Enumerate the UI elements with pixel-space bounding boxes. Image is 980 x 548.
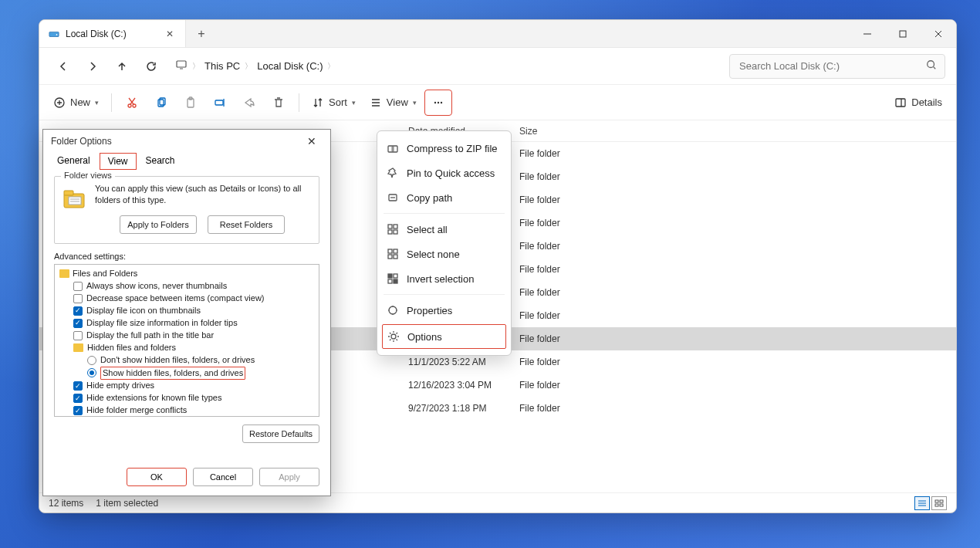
delete-button[interactable] [265, 90, 292, 116]
details-pane-button[interactable]: Details [888, 90, 948, 116]
cut-button[interactable] [118, 90, 146, 116]
checkbox[interactable] [73, 282, 83, 291]
menu-copy-path[interactable]: Copy path [377, 185, 511, 210]
checkbox[interactable] [73, 331, 83, 340]
folder-options-dialog: Folder Options ✕ General View Search Fol… [42, 129, 331, 496]
folder-views-legend: Folder views [61, 171, 115, 180]
view-button[interactable]: View▾ [363, 90, 423, 116]
dialog-title: Folder Options [51, 136, 112, 147]
menu-invert-selection[interactable]: Invert selection [377, 266, 511, 291]
more-menu: Compress to ZIP file Pin to Quick access… [377, 130, 512, 356]
cell-type: File folder [519, 380, 627, 391]
monitor-icon [175, 59, 188, 73]
up-button[interactable] [109, 53, 135, 79]
item-count: 12 items [49, 498, 83, 509]
svg-rect-50 [388, 279, 392, 283]
svg-line-9 [934, 66, 936, 69]
menu-properties[interactable]: Properties [377, 298, 511, 323]
sort-button[interactable]: Sort▾ [306, 90, 362, 116]
cell-type: File folder [519, 148, 627, 159]
drive-icon [49, 29, 59, 39]
folder-icon [59, 269, 69, 278]
cancel-button[interactable]: Cancel [193, 468, 253, 486]
tab-search[interactable]: Search [138, 153, 183, 170]
cell-date: 11/1/2023 5:22 AM [408, 357, 519, 367]
reset-folders-button[interactable]: Reset Folders [208, 215, 285, 234]
checkbox[interactable] [73, 406, 83, 415]
checkbox[interactable] [73, 294, 83, 303]
search-input[interactable] [738, 59, 926, 73]
checkbox[interactable] [73, 381, 83, 391]
tab-view[interactable]: View [100, 153, 137, 170]
more-button[interactable] [424, 90, 452, 116]
svg-rect-3 [900, 31, 906, 37]
close-tab-button[interactable]: ✕ [164, 28, 176, 40]
new-button[interactable]: New▾ [47, 90, 105, 116]
apply-button[interactable]: Apply [259, 468, 319, 486]
tab-general[interactable]: General [49, 153, 98, 170]
apply-to-folders-button[interactable]: Apply to Folders [120, 215, 197, 234]
svg-rect-56 [69, 197, 81, 205]
paste-button[interactable] [177, 90, 204, 116]
advanced-settings-label: Advanced settings: [54, 252, 319, 261]
cell-type: File folder [519, 403, 627, 414]
refresh-button[interactable] [138, 53, 164, 79]
svg-rect-41 [394, 225, 397, 228]
maximize-button[interactable] [885, 20, 921, 47]
thumbnails-view-toggle[interactable] [931, 496, 947, 510]
close-window-button[interactable] [921, 20, 956, 47]
menu-select-none[interactable]: Select none [377, 242, 511, 266]
svg-rect-43 [394, 230, 397, 234]
svg-rect-37 [940, 504, 943, 506]
chevron-right-icon: 〉 [192, 61, 200, 72]
back-button[interactable] [50, 53, 76, 79]
rename-button[interactable] [206, 90, 234, 116]
checkbox[interactable] [73, 306, 83, 316]
dialog-close-button[interactable]: ✕ [301, 132, 323, 151]
svg-rect-47 [394, 255, 397, 259]
checkbox[interactable] [73, 394, 83, 403]
menu-compress[interactable]: Compress to ZIP file [377, 136, 511, 161]
svg-rect-21 [215, 100, 223, 105]
forward-button[interactable] [79, 53, 106, 79]
cell-date: 9/27/2023 1:18 PM [408, 403, 519, 414]
chevron-right-icon: 〉 [245, 61, 252, 72]
new-tab-button[interactable]: + [186, 20, 217, 47]
search-box[interactable] [729, 54, 945, 79]
radio[interactable] [87, 368, 96, 377]
svg-rect-40 [388, 225, 392, 228]
col-size[interactable]: Size [519, 126, 566, 137]
details-view-toggle[interactable] [914, 496, 930, 510]
crumb-this-pc[interactable]: This PC [204, 60, 240, 72]
svg-rect-49 [394, 274, 397, 278]
cell-type: File folder [519, 333, 627, 344]
cell-date: 12/16/2023 3:04 PM [408, 380, 519, 391]
svg-point-28 [441, 101, 442, 103]
svg-point-26 [434, 101, 436, 103]
svg-rect-35 [940, 500, 943, 502]
share-button[interactable] [235, 90, 263, 116]
crumb-local-disk[interactable]: Local Disk (C:) [257, 60, 323, 72]
search-icon [926, 59, 937, 73]
cell-type: File folder [519, 310, 627, 321]
menu-pin[interactable]: Pin to Quick access [377, 161, 511, 185]
radio[interactable] [87, 356, 96, 365]
folder-views-text: You can apply this view (such as Details… [95, 183, 311, 206]
breadcrumb[interactable]: 〉 This PC 〉 Local Disk (C:) 〉 [175, 59, 335, 73]
browser-tab[interactable]: Local Disk (C:) ✕ [39, 20, 186, 47]
tab-title: Local Disk (C:) [66, 29, 157, 39]
restore-defaults-button[interactable]: Restore Defaults [242, 425, 319, 443]
checkbox[interactable] [73, 319, 83, 328]
advanced-settings-tree[interactable]: Files and Folders Always show icons, nev… [54, 264, 319, 417]
svg-rect-44 [388, 249, 392, 253]
ok-button[interactable]: OK [127, 468, 187, 486]
menu-select-all[interactable]: Select all [377, 217, 511, 242]
svg-rect-36 [935, 504, 938, 506]
copy-button[interactable] [147, 90, 175, 116]
cell-type: File folder [519, 287, 627, 298]
svg-point-14 [133, 104, 136, 107]
menu-options[interactable]: Options [382, 324, 506, 349]
minimize-button[interactable] [850, 20, 885, 47]
svg-point-1 [56, 34, 58, 36]
cell-type: File folder [519, 264, 627, 275]
